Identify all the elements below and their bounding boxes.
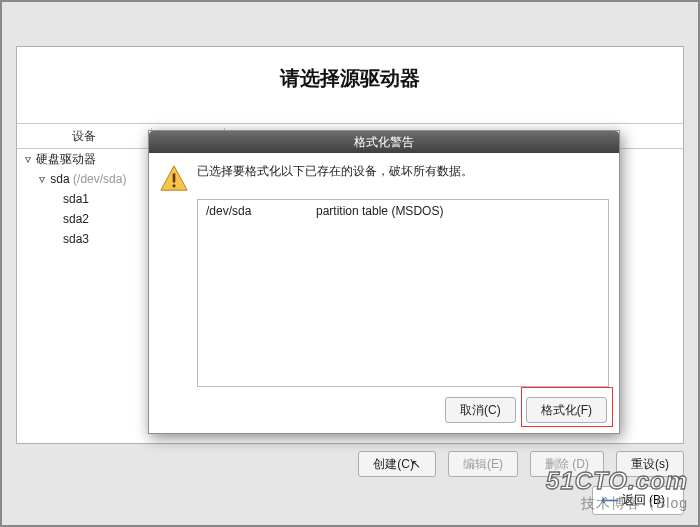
watermark-logo: 51CTO.com [546,467,688,495]
list-item[interactable]: /dev/sda partition table (MSDOS) [198,200,608,222]
caret-down-icon: ▿ [23,149,33,169]
tree-part-label: sda1 [63,192,89,206]
svg-rect-0 [173,173,176,182]
watermark-caption: 技术博客（Blog [581,495,688,513]
col-device: 设备 [17,128,151,145]
cancel-button[interactable]: 取消(C) [445,397,516,423]
dialog-message: 已选择要格式化以下已存在的设备，破坏所有数据。 [197,161,473,180]
dialog-title: 格式化警告 [354,134,414,151]
caret-down-icon: ▿ [37,169,47,189]
tree-disk-hint: (/dev/sda) [73,172,126,186]
create-button[interactable]: 创建(C)↖ [358,451,436,477]
tree-root-label: 硬盘驱动器 [36,152,96,166]
create-button-label: 创建(C) [373,457,414,471]
tree-part-label: sda2 [63,212,89,226]
format-warning-dialog: 格式化警告 已选择要格式化以下已存在的设备，破坏所有数据。 /dev/sda p… [148,130,620,434]
svg-point-1 [172,184,175,187]
format-list[interactable]: /dev/sda partition table (MSDOS) [197,199,609,387]
dialog-titlebar[interactable]: 格式化警告 [149,131,619,153]
tree-disk-label: sda [50,172,69,186]
page-title: 请选择源驱动器 [17,65,683,92]
list-item-desc: partition table (MSDOS) [316,204,443,218]
warning-icon [159,163,189,193]
tree-part-label: sda3 [63,232,89,246]
edit-button[interactable]: 编辑(E) [448,451,518,477]
cursor-icon: ↖ [411,457,421,471]
highlight-box [521,387,613,427]
list-item-device: /dev/sda [206,204,316,218]
